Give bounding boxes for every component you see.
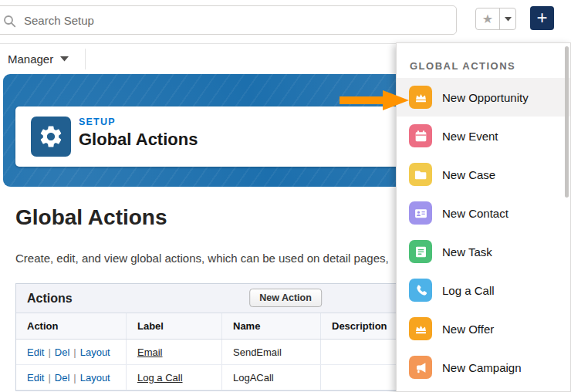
action-name-text: LogACall <box>233 372 274 384</box>
global-actions-menu: GLOBAL ACTIONS New Opportunity New Event… <box>396 42 571 392</box>
gear-icon <box>38 123 64 150</box>
table-section-title: Actions <box>27 292 73 306</box>
chevron-down-icon[interactable] <box>500 17 515 22</box>
menu-item-new-campaign[interactable]: New Campaign <box>397 348 570 387</box>
favorites-button[interactable]: ★ <box>475 8 516 30</box>
menu-item-new-opportunity[interactable]: New Opportunity <box>397 78 570 117</box>
menu-item-label: New Event <box>442 130 498 143</box>
del-link[interactable]: Del <box>55 372 70 384</box>
link-separator: | <box>48 346 50 358</box>
menu-item-label: New Case <box>442 168 495 181</box>
menu-item-new-event[interactable]: New Event <box>397 117 570 155</box>
new-action-button[interactable]: New Action <box>249 289 322 307</box>
link-separator: | <box>73 372 76 384</box>
phone-icon <box>409 279 432 302</box>
menu-item-label: New Task <box>442 245 492 259</box>
menu-item-label: New Campaign <box>442 361 522 374</box>
column-header-label: Label <box>127 313 222 339</box>
setup-gear-badge <box>31 117 71 157</box>
menu-item-label: New Opportunity <box>442 91 529 104</box>
plus-icon: + <box>536 8 547 27</box>
edit-link[interactable]: Edit <box>27 346 44 358</box>
search-input[interactable] <box>0 5 457 35</box>
global-actions-button[interactable]: + <box>530 6 554 30</box>
link-separator: | <box>73 346 76 358</box>
menu-item-label: Log a Call <box>442 284 495 297</box>
menu-item-new-contact[interactable]: New Contact <box>397 194 570 232</box>
star-icon: ★ <box>476 8 499 29</box>
crown-icon <box>409 86 432 109</box>
menu-title: GLOBAL ACTIONS <box>410 60 515 72</box>
salesforce-setup-screen: ★ + Manager SETUP Global Actions <box>0 0 571 392</box>
menu-item-log-a-call[interactable]: Log a Call <box>397 271 570 309</box>
banner-title: Global Actions <box>79 130 198 150</box>
edit-link[interactable]: Edit <box>27 372 44 384</box>
folder-icon <box>409 163 432 186</box>
banner-eyebrow: SETUP <box>79 117 116 127</box>
menu-item-new-task[interactable]: New Task <box>397 232 570 271</box>
menu-item-label: New Offer <box>442 323 494 336</box>
layout-link[interactable]: Layout <box>80 346 110 358</box>
tab-manager[interactable]: Manager <box>2 44 75 74</box>
chevron-down-icon <box>60 56 69 62</box>
contact-card-icon <box>409 201 432 225</box>
column-header-action: Action <box>16 313 127 339</box>
tab-divider <box>85 49 86 69</box>
del-link[interactable]: Del <box>55 346 70 358</box>
page-description: Create, edit, and view global actions, w… <box>15 252 389 265</box>
menu-item-list: New Opportunity New Event New Case New C… <box>397 78 570 387</box>
crown-icon <box>409 317 432 340</box>
menu-item-new-offer[interactable]: New Offer <box>397 309 570 348</box>
page-title: Global Actions <box>15 205 167 230</box>
menu-item-label: New Contact <box>442 207 508 220</box>
megaphone-icon <box>409 356 432 379</box>
menu-item-new-case[interactable]: New Case <box>397 155 570 194</box>
calendar-icon <box>409 124 432 147</box>
tab-label: Manager <box>8 52 53 66</box>
action-label-link[interactable]: Email <box>137 346 163 358</box>
layout-link[interactable]: Layout <box>80 372 110 384</box>
global-header: ★ + <box>0 0 571 44</box>
action-label-link[interactable]: Log a Call <box>137 372 183 384</box>
checklist-icon <box>409 240 432 263</box>
link-separator: | <box>48 372 50 384</box>
action-name-text: SendEmail <box>233 346 282 358</box>
column-header-name: Name <box>222 313 321 339</box>
menu-scrollbar[interactable] <box>565 46 569 198</box>
